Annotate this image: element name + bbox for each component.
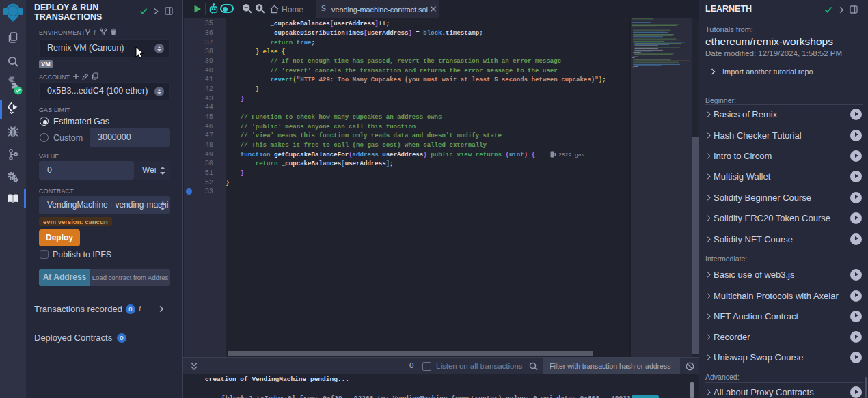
svg-text:i: i [94,29,96,35]
